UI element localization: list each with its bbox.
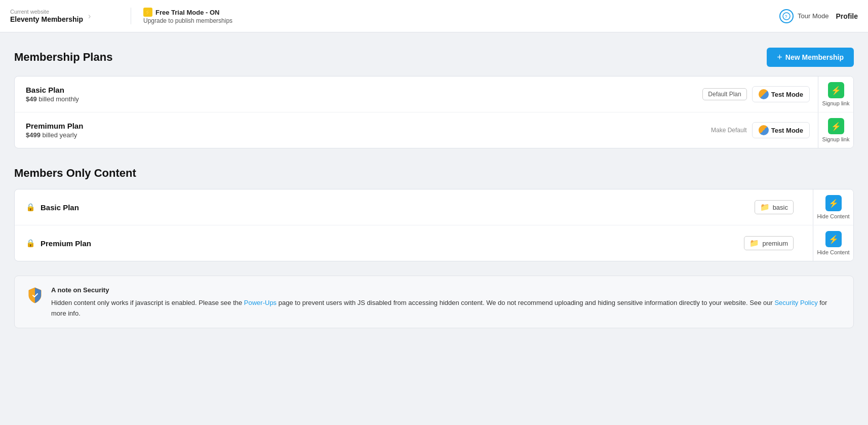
current-website-section[interactable]: Current website Eleventy Membership › [10,9,116,24]
plan-info-basic: Basic Plan $49 billed monthly [15,76,702,112]
security-note-text-before: Hidden content only works if javascript … [51,299,244,306]
plan-info-premium: Premimum Plan $499 billed yearly [15,112,711,148]
content-plan-tag-label-premium: premium [762,240,788,247]
content-plans-container: 🔒 Basic Plan 📁 basic ⚡ Hide Content 🔒 Pr… [14,189,854,261]
test-mode-icon [759,89,769,99]
membership-plans-title: Membership Plans [14,51,112,64]
main-content: Membership Plans + New Membership Basic … [0,32,868,343]
content-plan-info-basic: 🔒 Basic Plan 📁 basic [15,191,813,223]
signup-link-button-premium[interactable]: ⚡ Signup link [818,112,853,148]
members-only-content-title: Members Only Content [14,167,854,180]
signup-link-label-basic: Signup link [822,100,850,106]
folder-icon-basic: 📁 [760,203,770,212]
hide-content-label-premium: Hide Content [817,249,849,255]
chevron-right-icon: › [88,12,91,21]
plan-actions-basic: Default Plan Test Mode [702,86,818,102]
current-website-name: Eleventy Membership [10,15,83,23]
tour-mode-button[interactable]: ? Tour Mode [779,9,828,23]
plan-price-basic: $49 billed monthly [26,95,691,103]
plan-price-amount-basic: $49 [26,95,37,103]
hide-content-button-basic[interactable]: ⚡ Hide Content [813,189,853,225]
security-note-text-middle: page to prevent users with JS disabled f… [277,299,774,306]
signup-link-button-basic[interactable]: ⚡ Signup link [818,76,853,112]
current-website-label: Current website [10,9,83,15]
plan-billing-premium: billed yearly [43,131,77,139]
hide-content-button-premium[interactable]: ⚡ Hide Content [813,225,853,261]
plan-price-premium: $499 billed yearly [26,131,700,139]
plans-container: Basic Plan $49 billed monthly Default Pl… [14,76,854,148]
test-mode-badge-premium[interactable]: Test Mode [752,122,810,138]
membership-plans-header: Membership Plans + New Membership [14,48,854,67]
content-plan-name-premium: Premium Plan [41,239,91,248]
svg-text:?: ? [785,14,787,19]
plan-actions-premium: Make Default Test Mode [711,122,818,138]
power-ups-link[interactable]: Power-Ups [244,299,277,306]
test-mode-label-basic: Test Mode [771,91,803,98]
security-note: A note on Security Hidden content only w… [14,276,854,328]
topbar-right: ? Tour Mode Profile [779,9,858,23]
profile-button[interactable]: Profile [836,12,858,20]
content-plan-info-premium: 🔒 Premium Plan 📁 premium [15,227,813,259]
plan-row-basic: Basic Plan $49 billed monthly Default Pl… [15,76,853,112]
lock-icon-premium: 🔒 [26,239,35,248]
hide-content-label-basic: Hide Content [817,213,849,219]
lock-icon-basic: 🔒 [26,203,35,212]
signup-link-icon-premium: ⚡ [828,118,844,134]
new-membership-label: New Membership [785,53,844,61]
content-plan-tag-label-basic: basic [773,204,788,211]
trial-upgrade-text: Upgrade to publish memberships [143,17,232,24]
test-mode-badge-basic[interactable]: Test Mode [752,86,810,102]
signup-link-icon-basic: ⚡ [828,82,844,98]
plan-row-premium: Premimum Plan $499 billed yearly Make De… [15,112,853,148]
tour-mode-icon: ? [779,9,794,23]
new-membership-button[interactable]: + New Membership [767,48,854,67]
hide-content-icon-basic: ⚡ [825,195,842,211]
plan-name-basic: Basic Plan [26,86,691,94]
trial-mode-label: Free Trial Mode - ON [155,9,219,16]
shield-icon [26,286,44,304]
content-plan-name-basic: Basic Plan [41,203,79,212]
security-note-title: A note on Security [51,285,842,296]
security-note-content: A note on Security Hidden content only w… [51,285,842,319]
plan-name-premium: Premimum Plan [26,122,700,130]
tour-mode-label: Tour Mode [798,12,828,20]
content-plan-tag-premium[interactable]: 📁 premium [744,236,794,250]
content-plan-row-premium: 🔒 Premium Plan 📁 premium ⚡ Hide Content [15,225,853,261]
default-plan-badge: Default Plan [702,88,746,100]
security-policy-link[interactable]: Security Policy [774,299,817,306]
content-plan-row-basic: 🔒 Basic Plan 📁 basic ⚡ Hide Content [15,189,853,225]
signup-link-label-premium: Signup link [822,136,850,142]
plan-billing-basic: billed monthly [38,95,79,103]
hide-content-icon-premium: ⚡ [825,231,842,247]
make-default-text[interactable]: Make Default [711,127,747,134]
topbar: Current website Eleventy Membership › ⚡ … [0,0,868,32]
trial-banner: ⚡ Free Trial Mode - ON Upgrade to publis… [131,8,232,24]
plus-icon: + [777,53,782,62]
plan-price-amount-premium: $499 [26,131,41,139]
folder-icon-premium: 📁 [749,239,759,248]
test-mode-label-premium: Test Mode [771,127,803,134]
lightning-icon: ⚡ [143,8,152,17]
content-plan-tag-basic[interactable]: 📁 basic [755,200,794,214]
test-mode-icon-premium [759,125,769,135]
